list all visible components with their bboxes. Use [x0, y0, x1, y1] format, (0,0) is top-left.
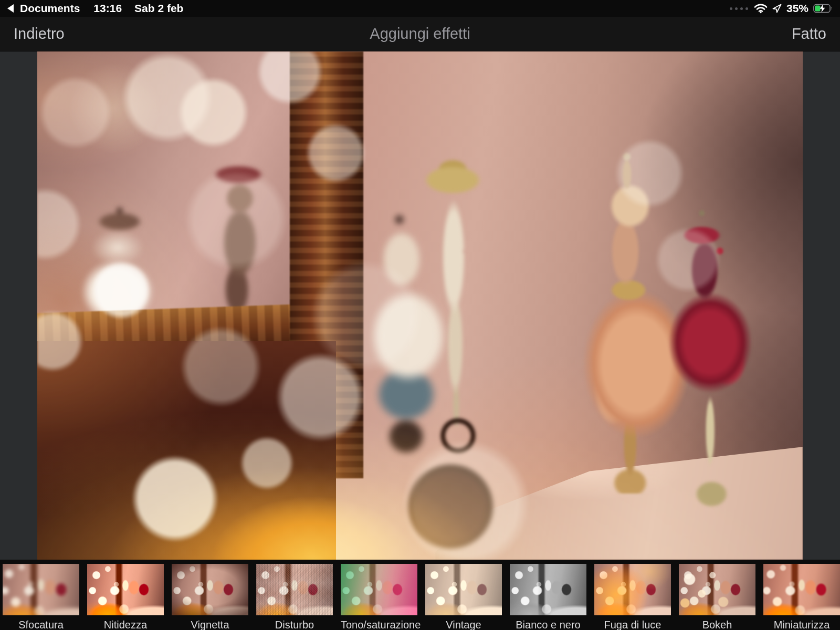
- battery-charging-icon: [813, 4, 834, 13]
- filter-thumbnail: [763, 564, 840, 615]
- filter-label: Disturbo: [256, 619, 333, 630]
- filter-label: Bianco e nero: [510, 619, 586, 630]
- filter-vintage[interactable]: Vintage: [425, 564, 502, 630]
- back-button[interactable]: Indietro: [0, 25, 78, 43]
- filter-thumbnail-scene: [172, 564, 248, 615]
- filter-thumbnail: [510, 564, 586, 615]
- photo-effects-editor: Documents 13:16 Sab 2 feb 35%: [0, 0, 840, 630]
- status-time: 13:16: [93, 2, 122, 15]
- filter-thumbnail: [594, 564, 671, 615]
- status-bar: Documents 13:16 Sab 2 feb 35%: [0, 0, 840, 17]
- filter-label: Vignetta: [172, 619, 248, 630]
- back-to-app-label[interactable]: Documents: [20, 2, 80, 15]
- filter-thumbnail: [172, 564, 248, 615]
- status-date: Sab 2 feb: [134, 2, 183, 15]
- filter-nitidezza[interactable]: Nitidezza: [87, 564, 164, 630]
- filter-tono-saturazione[interactable]: Tono/saturazione: [341, 564, 417, 630]
- filter-thumbnail-scene: [510, 564, 586, 615]
- filter-thumbnail-scene: [3, 564, 79, 615]
- filter-thumbnail: [3, 564, 79, 615]
- filter-thumbnail-scene: [763, 564, 840, 615]
- status-bar-right: 35%: [730, 2, 840, 15]
- nav-bar: Indietro Aggiungi effetti Fatto: [0, 17, 840, 51]
- status-bar-left: Documents 13:16 Sab 2 feb: [0, 2, 183, 15]
- editor-canvas: [0, 51, 840, 560]
- filter-label: Nitidezza: [87, 619, 164, 630]
- cellular-dots-icon: [730, 7, 748, 10]
- location-arrow-icon: [772, 4, 782, 13]
- filter-thumbnail-scene: [594, 564, 671, 615]
- filter-label: Sfocatura: [3, 619, 79, 630]
- photo-bokeh-overlay: [37, 51, 803, 560]
- filter-bokeh[interactable]: Bokeh: [679, 564, 755, 630]
- filter-label: Tono/saturazione: [341, 619, 417, 630]
- photo-preview[interactable]: [37, 51, 803, 560]
- filter-fuga-di-luce[interactable]: Fuga di luce: [594, 564, 671, 630]
- filter-thumbnail-scene: [87, 564, 164, 615]
- filter-label: Vintage: [425, 619, 502, 630]
- filter-thumbnail-scene: [256, 564, 333, 615]
- filter-thumbnail: [341, 564, 417, 615]
- filter-thumbnail: [425, 564, 502, 615]
- battery-percent: 35%: [786, 2, 808, 15]
- filter-sfocatura[interactable]: Sfocatura: [3, 564, 79, 630]
- done-button[interactable]: Fatto: [778, 25, 840, 43]
- back-to-app-icon[interactable]: [7, 4, 14, 13]
- filter-thumbnail-scene: [679, 564, 755, 615]
- filter-thumbnail: [87, 564, 164, 615]
- filter-thumbnail: [256, 564, 333, 615]
- filter-label: Miniaturizza: [763, 619, 840, 630]
- filter-label: Bokeh: [679, 619, 755, 630]
- filter-disturbo[interactable]: Disturbo: [256, 564, 333, 630]
- filter-strip-list: Sfocatura Nitidezza Vignetta Disturbo To…: [3, 564, 840, 630]
- wifi-icon: [754, 3, 768, 14]
- filter-miniaturizza[interactable]: Miniaturizza: [763, 564, 840, 630]
- filter-label: Fuga di luce: [594, 619, 671, 630]
- filter-bianco-e-nero[interactable]: Bianco e nero: [510, 564, 586, 630]
- filter-thumbnail-scene: [425, 564, 502, 615]
- filter-thumbnail-scene: [341, 564, 417, 615]
- filter-vignetta[interactable]: Vignetta: [172, 564, 248, 630]
- page-title: Aggiungi effetti: [0, 25, 840, 43]
- filter-strip: Sfocatura Nitidezza Vignetta Disturbo To…: [0, 560, 840, 630]
- filter-thumbnail: [679, 564, 755, 615]
